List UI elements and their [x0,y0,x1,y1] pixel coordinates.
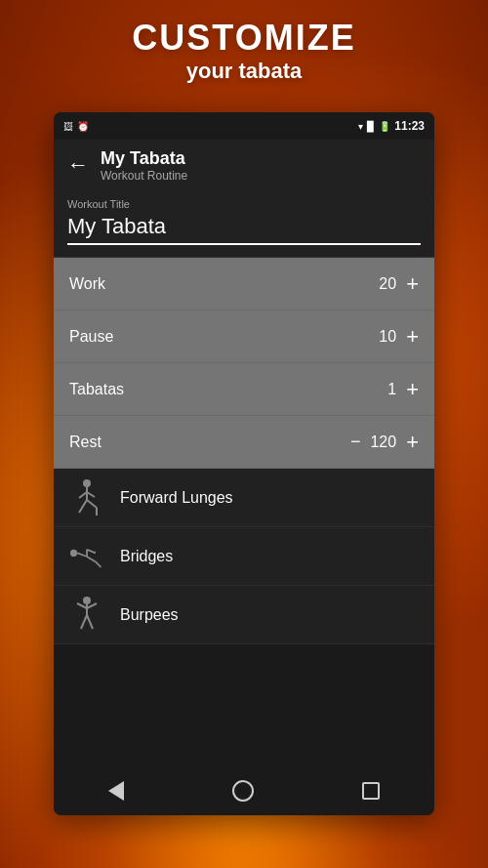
bridges-icon [69,539,104,574]
back-button[interactable]: ← [67,154,89,176]
pause-label: Pause [69,328,113,346]
burpees-icon [69,598,104,633]
svg-line-5 [87,500,97,508]
exercise-row-forward-lunges[interactable]: Forward Lunges [54,469,434,527]
setting-row-pause: Pause 10 + [54,310,434,363]
recent-nav-button[interactable] [362,782,380,800]
forward-lunges-icon [69,480,104,516]
work-controls: 20 + [379,271,419,297]
back-triangle-icon [108,781,124,801]
svg-line-8 [77,553,87,557]
svg-line-4 [79,500,87,513]
status-time: 11:23 [394,119,425,133]
work-plus-button[interactable]: + [406,271,419,297]
status-right: ▾ ▉ 🔋 11:23 [358,119,425,133]
input-section: Workout Title [54,190,434,258]
toolbar-subtitle: Workout Routine [101,169,187,183]
tabatas-controls: 1 + [387,377,419,402]
status-left: 🖼 ⏰ [63,121,89,132]
recent-square-icon [362,782,380,800]
rest-minus-button[interactable]: − [350,432,361,452]
status-bar: 🖼 ⏰ ▾ ▉ 🔋 11:23 [54,112,434,140]
setting-row-tabatas: Tabatas 1 + [54,363,434,416]
customize-title: CUSTOMIZE [0,18,488,59]
setting-row-work: Work 20 + [54,258,434,310]
top-text-block: CUSTOMIZE your tabata [0,18,488,84]
tabatas-label: Tabatas [69,381,124,398]
toolbar: ← My Tabata Workout Routine [54,140,434,190]
exercise-section: Forward Lunges Bridges [54,469,434,644]
svg-line-10 [87,557,96,561]
svg-line-2 [79,492,87,498]
settings-section: Work 20 + Pause 10 + Tabatas 1 + Rest − [54,258,434,469]
home-nav-button[interactable] [232,780,254,802]
rest-plus-button[interactable]: + [406,430,419,455]
rest-label: Rest [69,434,102,451]
home-circle-icon [232,780,254,802]
svg-line-15 [77,603,87,608]
svg-point-7 [70,549,77,556]
svg-line-16 [87,603,97,608]
alarm-icon: ⏰ [77,121,89,132]
pause-plus-button[interactable]: + [406,324,419,350]
rest-value: 120 [370,434,396,451]
signal-icon: ▉ [367,121,375,132]
bridges-name: Bridges [120,548,173,565]
svg-line-11 [96,561,101,566]
customize-subtitle: your tabata [0,59,488,84]
wifi-icon: ▾ [358,121,363,132]
pause-value: 10 [379,328,396,346]
bottom-nav [54,766,434,815]
work-label: Work [69,275,105,293]
setting-row-rest: Rest − 120 + [54,416,434,469]
forward-lunges-name: Forward Lunges [120,489,233,507]
exercise-row-burpees[interactable]: Burpees [54,586,434,644]
svg-line-12 [87,549,96,553]
svg-point-13 [83,597,91,604]
workout-title-input[interactable] [67,214,421,245]
phone-frame: 🖼 ⏰ ▾ ▉ 🔋 11:23 ← My Tabata Workout Rout… [54,112,434,815]
battery-icon: 🔋 [379,121,390,132]
workout-title-label: Workout Title [67,198,421,210]
svg-point-0 [83,479,91,487]
svg-line-18 [87,615,93,629]
image-icon: 🖼 [63,121,73,132]
work-value: 20 [379,275,396,293]
back-nav-button[interactable] [108,781,124,801]
burpees-name: Burpees [120,606,179,624]
pause-controls: 10 + [379,324,419,350]
exercise-row-bridges[interactable]: Bridges [54,527,434,586]
svg-line-17 [81,615,87,629]
tabatas-plus-button[interactable]: + [406,377,419,402]
toolbar-title-block: My Tabata Workout Routine [101,148,187,183]
rest-controls: − 120 + [350,430,419,455]
tabatas-value: 1 [387,381,396,398]
toolbar-title: My Tabata [101,148,187,169]
svg-line-3 [87,492,95,497]
